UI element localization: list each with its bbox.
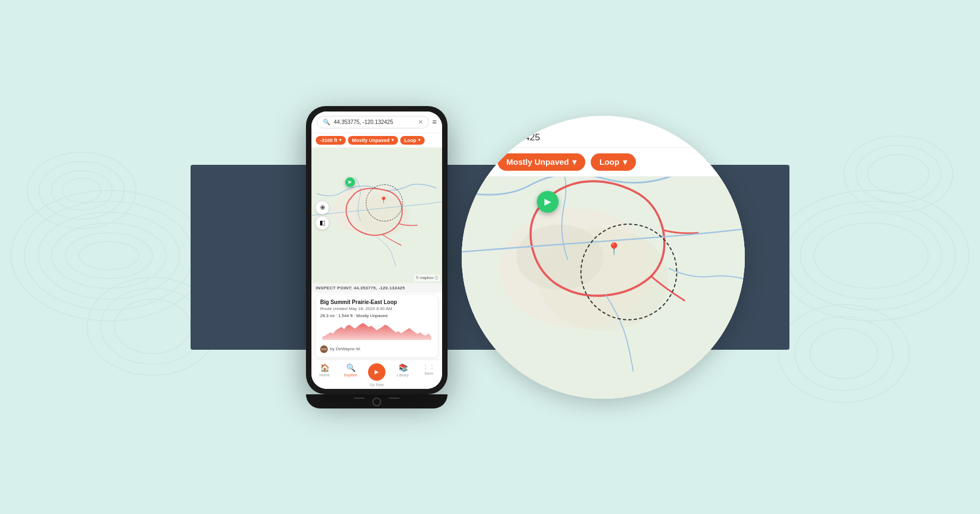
zoom-partial-pill[interactable]: ▾ <box>473 153 492 171</box>
nav-explore[interactable]: 🔍 Explore <box>338 363 364 387</box>
library-icon: 📚 <box>399 363 408 372</box>
svg-point-11 <box>101 288 204 364</box>
svg-point-22 <box>810 329 878 379</box>
search-icon: 🔍 <box>323 119 330 126</box>
zoom-surface-pill[interactable]: Mostly Unpaved ▾ <box>498 153 585 171</box>
svg-point-14 <box>787 201 955 310</box>
route-stats: 28.3 mi · 1,544 ft · Mostly Unpaved <box>320 313 433 318</box>
compass-button[interactable]: ⊕ <box>316 201 329 214</box>
go-ride-button[interactable]: ▶ <box>368 363 385 381</box>
go-ride-label: Go Ride <box>370 383 384 387</box>
clear-icon[interactable]: ✕ <box>418 119 423 126</box>
svg-point-19 <box>868 154 929 194</box>
svg-point-4 <box>65 233 152 278</box>
start-marker: ▶ <box>345 177 355 187</box>
zoom-dashed-circle <box>580 224 677 320</box>
svg-point-0 <box>11 190 207 321</box>
phone-map[interactable]: ▶ 📍 ⊕ ◧ © mapbox ⓘ <box>311 147 442 283</box>
zoom-circle: ▶ 📍 75, -120.132425 ▾ Mostly Unpaved ▾ <box>462 116 745 399</box>
more-label: More <box>425 371 433 375</box>
recent-indicator <box>389 398 400 399</box>
search-input-container[interactable]: 🔍 44.353775, -120.132425 ✕ <box>317 116 429 128</box>
zoom-type-pill[interactable]: Loop ▾ <box>591 153 636 171</box>
bottom-navigation: 🏠 Home 🔍 Explore ▶ Go Ride 📚 Library ⋮⋮ <box>311 360 442 389</box>
svg-point-16 <box>814 223 928 288</box>
chevron-icon: ▾ <box>418 138 420 143</box>
map-controls: ⊕ ◧ <box>316 201 329 230</box>
zoom-indicator-circle <box>366 184 403 221</box>
svg-point-21 <box>795 317 893 391</box>
inspect-label: INSPECT POINT: 44.353775, -120.132425 <box>311 283 442 293</box>
surface-filter-pill[interactable]: Mostly Unpaved ▾ <box>348 136 398 145</box>
chevron-icon: ▾ <box>391 138 394 143</box>
svg-point-15 <box>800 212 942 299</box>
nav-home[interactable]: 🏠 Home <box>311 363 338 387</box>
svg-point-20 <box>779 305 909 402</box>
zoom-header: 75, -120.132425 ▾ Mostly Unpaved ▾ Loop … <box>462 116 745 177</box>
home-icon: 🏠 <box>320 363 329 372</box>
zoom-filter-row: ▾ Mostly Unpaved ▾ Loop ▾ <box>473 148 734 176</box>
author-avatar: DW <box>320 345 328 353</box>
zoom-search-text: 75, -120.132425 <box>473 128 734 148</box>
layers-button[interactable]: ◧ <box>316 216 329 230</box>
phone-bottom-bar <box>306 394 448 408</box>
elevation-chart <box>320 320 433 340</box>
svg-point-13 <box>773 190 969 321</box>
start-marker-zoom: ▶ <box>537 191 559 213</box>
chevron-icon: ▾ <box>339 138 341 143</box>
route-title: Big Summit Prairie-East Loop <box>320 299 433 305</box>
svg-point-17 <box>844 136 953 212</box>
nav-go-ride[interactable]: ▶ Go Ride <box>364 363 390 387</box>
library-label: Library <box>397 373 408 377</box>
route-author: DW by DeWayne W. <box>320 345 433 353</box>
home-label: Home <box>320 373 330 377</box>
zoom-circle-container: ▶ 📍 75, -120.132425 ▾ Mostly Unpaved ▾ <box>462 116 745 399</box>
more-icon: ⋮⋮ <box>422 363 436 370</box>
type-filter-pill[interactable]: Loop ▾ <box>400 136 425 145</box>
svg-point-1 <box>24 201 193 310</box>
filter-row: -3100 ft ▾ Mostly Unpaved ▾ Loop ▾ <box>311 133 442 147</box>
route-card[interactable]: Big Summit Prairie-East Loop Route creat… <box>316 295 438 357</box>
search-value: 44.353775, -120.132425 <box>334 119 415 125</box>
list-icon[interactable]: ≡ <box>432 117 437 126</box>
home-indicator <box>372 398 381 406</box>
elevation-filter-pill[interactable]: -3100 ft ▾ <box>316 136 346 145</box>
mapbox-credit: © mapbox ⓘ <box>414 275 440 281</box>
nav-library[interactable]: 📚 Library <box>390 363 416 387</box>
svg-point-12 <box>114 299 191 354</box>
svg-point-18 <box>856 145 941 203</box>
phone-screen: 🔍 44.353775, -120.132425 ✕ ≡ -3100 ft ▾ … <box>311 112 442 389</box>
phone-device: 🔍 44.353775, -120.132425 ✕ ≡ -3100 ft ▾ … <box>306 106 448 408</box>
back-indicator <box>354 398 365 399</box>
explore-icon: 🔍 <box>346 363 356 372</box>
explore-label: Explore <box>344 373 357 377</box>
phone-search-bar: 🔍 44.353775, -120.132425 ✕ ≡ <box>311 112 442 133</box>
svg-point-9 <box>62 178 101 202</box>
phone-body: 🔍 44.353775, -120.132425 ✕ ≡ -3100 ft ▾ … <box>306 106 448 394</box>
nav-more[interactable]: ⋮⋮ More <box>416 363 442 387</box>
svg-point-5 <box>79 241 139 270</box>
route-meta: Route created May 18, 2020 8:40 AM <box>320 306 433 311</box>
